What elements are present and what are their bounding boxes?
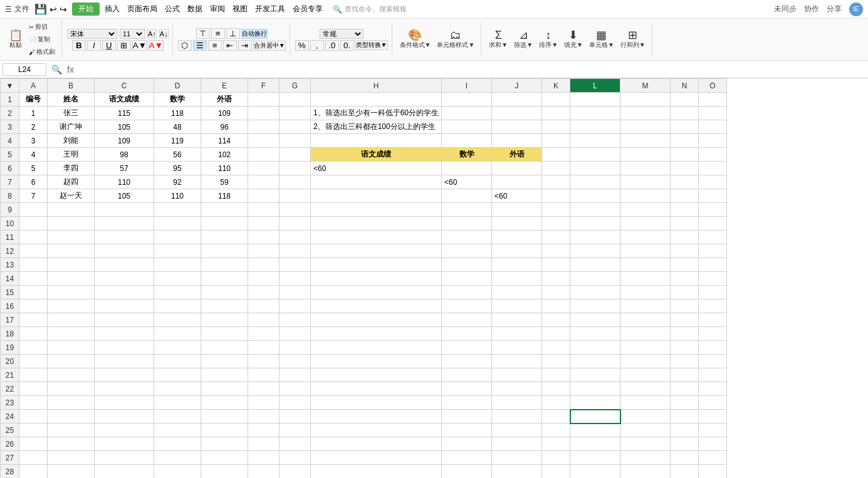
cell-h5-criteria-label1[interactable]: 语文成绩 [311, 148, 442, 162]
cell-g8[interactable] [280, 189, 311, 203]
cell-h4[interactable] [311, 134, 442, 148]
cell-f5[interactable] [248, 148, 280, 162]
cell-c1[interactable]: 语文成绩 [95, 93, 154, 107]
font-size-increase[interactable]: A↑ [147, 29, 157, 38]
col-header-a[interactable]: A [19, 79, 48, 93]
cell-l3[interactable] [570, 120, 620, 134]
cell-b2[interactable]: 张三 [48, 107, 95, 120]
border-btn[interactable]: ⊞ [117, 40, 131, 51]
font-family-select[interactable]: 宋体 [67, 29, 117, 39]
cell-b1[interactable]: 姓名 [48, 93, 95, 107]
menu-file[interactable]: 文件 [14, 4, 29, 14]
cell-n7[interactable] [671, 175, 699, 189]
cell-e8[interactable]: 118 [201, 189, 248, 203]
underline-btn[interactable]: U [102, 40, 116, 51]
indent-increase-btn[interactable]: ⇥ [238, 40, 252, 51]
cell-h8[interactable] [311, 189, 442, 203]
cell-e1[interactable]: 外语 [201, 93, 248, 107]
cell-a4[interactable]: 3 [19, 134, 48, 148]
toolbar-save[interactable]: 💾 [34, 3, 47, 15]
cell-f6[interactable] [248, 162, 280, 175]
cell-h1[interactable] [311, 93, 442, 107]
cell-k7[interactable] [542, 175, 570, 189]
share-btn[interactable]: 分享 [827, 4, 842, 14]
cell-n8[interactable] [671, 189, 699, 203]
cell-l1[interactable] [570, 93, 620, 107]
font-size-decrease[interactable]: A↓ [159, 29, 169, 38]
align-middle-btn[interactable]: ≡ [211, 28, 225, 39]
cell-o6[interactable] [699, 162, 727, 175]
italic-btn[interactable]: I [87, 40, 101, 51]
col-header-b[interactable]: B [48, 79, 95, 93]
align-right-btn[interactable]: ≡ [208, 40, 222, 51]
cell-c6[interactable]: 57 [95, 162, 154, 175]
cell-n1[interactable] [671, 93, 699, 107]
menu-insert[interactable]: 插入 [105, 4, 120, 14]
col-header-h[interactable]: H [311, 79, 442, 93]
col-header-j[interactable]: J [492, 79, 542, 93]
cell-j2[interactable] [492, 107, 542, 120]
cell-e6[interactable]: 110 [201, 162, 248, 175]
menu-vip[interactable]: 会员专享 [293, 4, 323, 14]
col-header-o[interactable]: O [699, 79, 727, 93]
cell-i5-criteria-label2[interactable]: 数学 [442, 148, 492, 162]
cell-d3[interactable]: 48 [154, 120, 201, 134]
cell-l6[interactable] [570, 162, 620, 175]
cell-k4[interactable] [542, 134, 570, 148]
cell-k8[interactable] [542, 189, 570, 203]
cell-m8[interactable] [620, 189, 671, 203]
cell-c3[interactable]: 105 [95, 120, 154, 134]
cell-f3[interactable] [248, 120, 280, 134]
cell-e3[interactable]: 96 [201, 120, 248, 134]
cell-o3[interactable] [699, 120, 727, 134]
cell-a6[interactable]: 5 [19, 162, 48, 175]
cell-l24-active[interactable] [570, 410, 620, 423]
menu-formula[interactable]: 公式 [165, 4, 180, 14]
cell-d6[interactable]: 95 [154, 162, 201, 175]
cell-j8-criteria3[interactable]: <60 [492, 189, 542, 203]
sort-btn[interactable]: ↕ 排序▼ [536, 28, 560, 51]
cell-g1[interactable] [280, 93, 311, 107]
row-col-btn[interactable]: ⊞ 行和列▼ [618, 28, 648, 51]
wrap-text-btn[interactable]: 自动换行 [241, 29, 268, 39]
collab-btn[interactable]: 协作 [804, 4, 819, 14]
col-header-l[interactable]: L [570, 79, 620, 93]
filter-btn[interactable]: ⊿ 筛选▼ [511, 28, 535, 51]
cell-j3[interactable] [492, 120, 542, 134]
col-header-g[interactable]: G [280, 79, 311, 93]
cell-l4[interactable] [570, 134, 620, 148]
cell-e2[interactable]: 109 [201, 107, 248, 120]
cell-a3[interactable]: 2 [19, 120, 48, 134]
align-left-btn[interactable]: ⬡ [178, 40, 192, 51]
font-color-btn[interactable]: A▼ [149, 40, 164, 51]
cell-c8[interactable]: 105 [95, 189, 154, 203]
col-header-d[interactable]: D [154, 79, 201, 93]
paste-btn[interactable]: 📋 粘贴 [6, 28, 25, 51]
cell-l2[interactable] [570, 107, 620, 120]
cell-m1[interactable] [620, 93, 671, 107]
cell-h6-criteria1[interactable]: <60 [311, 162, 442, 175]
cell-g5[interactable] [280, 148, 311, 162]
cell-d8[interactable]: 110 [154, 189, 201, 203]
sheet-table-wrapper[interactable]: ▼ A B C D E F G H I J K L M N O [0, 78, 868, 478]
align-bottom-btn[interactable]: ⊥ [226, 28, 240, 39]
cell-m6[interactable] [620, 162, 671, 175]
col-header-k[interactable]: K [542, 79, 570, 93]
cell-m3[interactable] [620, 120, 671, 134]
cell-f8[interactable] [248, 189, 280, 203]
cell-g3[interactable] [280, 120, 311, 134]
cell-n4[interactable] [671, 134, 699, 148]
cell-f4[interactable] [248, 134, 280, 148]
percent-btn[interactable]: % [295, 40, 309, 51]
col-header-m[interactable]: M [620, 79, 671, 93]
align-top-btn[interactable]: ⊤ [196, 28, 210, 39]
cell-o4[interactable] [699, 134, 727, 148]
cell-l5[interactable] [570, 148, 620, 162]
cell-e5[interactable]: 102 [201, 148, 248, 162]
cut-btn[interactable]: ✂剪切 [26, 21, 58, 33]
menu-page-layout[interactable]: 页面布局 [127, 4, 157, 14]
col-header-e[interactable]: E [201, 79, 248, 93]
cell-b3[interactable]: 谢广坤 [48, 120, 95, 134]
cell-e7[interactable]: 59 [201, 175, 248, 189]
cell-f2[interactable] [248, 107, 280, 120]
